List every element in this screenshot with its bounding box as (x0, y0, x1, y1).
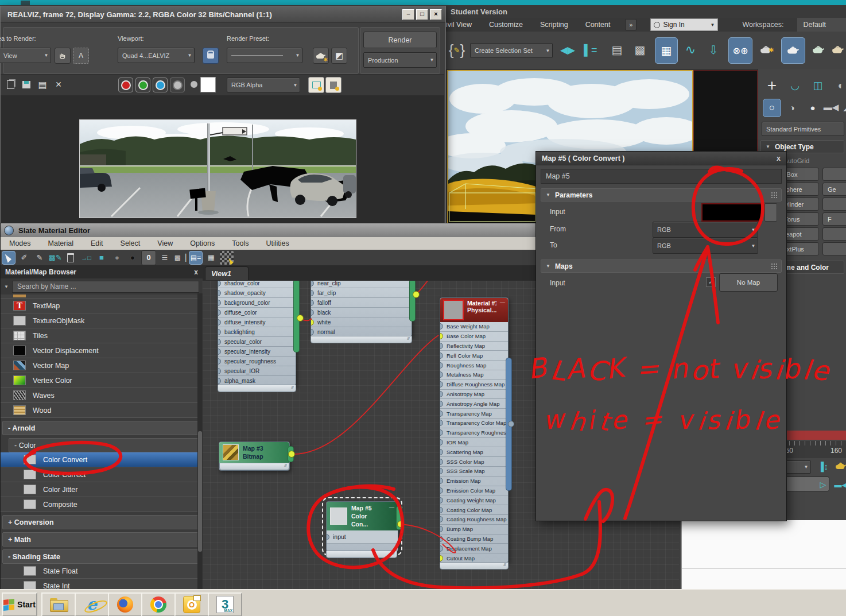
from-dropdown[interactable]: RGB ▼ (653, 222, 758, 238)
input-socket-icon[interactable] (440, 507, 443, 513)
input-socket-icon[interactable] (440, 352, 443, 359)
to-dropdown[interactable]: RGB ▼ (653, 238, 758, 254)
background-color-swatch[interactable] (200, 77, 216, 92)
green-channel-button[interactable] (135, 78, 150, 92)
map5-header[interactable]: Map #5 Color Con... — (327, 502, 398, 530)
maxscript-braces-icon[interactable]: {✎} (447, 37, 467, 63)
render-setup-icon[interactable]: ✱ (756, 38, 778, 61)
taskbar-item-internet-explorer[interactable]: e (75, 592, 109, 616)
material-map-slot[interactable]: Displacement Map (440, 544, 508, 553)
input-socket-icon[interactable] (440, 420, 443, 426)
menu-item[interactable]: Options (181, 239, 223, 247)
input-socket-icon[interactable] (440, 478, 443, 484)
input-swatch-side-button[interactable] (764, 203, 777, 222)
show-shaded-icon[interactable]: ● (110, 251, 124, 265)
mirror-icon[interactable]: ◀▶ (557, 38, 578, 61)
input-socket-icon[interactable] (218, 339, 221, 345)
input-socket-icon[interactable] (311, 319, 314, 326)
material-map-slot[interactable]: IOR Map (440, 438, 508, 448)
node-slot[interactable]: far_clip (311, 288, 412, 298)
material-node-header[interactable]: Material #1 Physical... — (440, 298, 508, 322)
material-thumbnail[interactable] (443, 300, 464, 320)
material-name-field[interactable]: Map #5 (541, 169, 782, 184)
input-socket-icon[interactable] (218, 348, 221, 355)
input-socket-icon[interactable] (440, 497, 443, 503)
material-map-slot[interactable]: SSS Scale Map (440, 467, 508, 476)
browser-toggle-icon[interactable]: ▦ (204, 251, 218, 265)
gamma-icon[interactable]: ◩ (331, 48, 347, 64)
create-selection-set-dropdown[interactable]: Create Selection Set ▼ (470, 43, 553, 58)
lock-viewport-icon[interactable] (203, 48, 219, 64)
input-socket-icon[interactable] (440, 362, 443, 369)
map3-thumbnail[interactable] (223, 444, 239, 460)
menu-item[interactable]: Select (112, 239, 149, 247)
collapse-icon[interactable]: — (389, 504, 394, 510)
node-slot[interactable]: normal (311, 327, 412, 336)
input-socket-icon[interactable] (440, 487, 443, 494)
view1-tab[interactable]: View1 (205, 266, 249, 280)
layers-dialog-icon[interactable] (308, 77, 324, 93)
node-slot[interactable]: specular_IOR (218, 366, 296, 376)
input-socket-icon[interactable] (311, 300, 314, 306)
group-color[interactable]: - Color (9, 438, 201, 452)
input-socket-icon[interactable] (440, 429, 443, 436)
save-image-icon[interactable] (19, 77, 34, 92)
input-socket-icon[interactable] (440, 536, 443, 542)
material-map-slot[interactable]: Bump Map (440, 525, 508, 534)
subtab-cameras[interactable]: ▬◀ (822, 99, 840, 116)
menu-item[interactable]: View (149, 239, 181, 247)
align-icon[interactable]: ▌= (580, 38, 601, 61)
map5-node[interactable]: Map #5 Color Con... — input (326, 501, 398, 552)
node-slot[interactable]: diffuse_intensity (218, 317, 296, 327)
input-socket-icon[interactable] (440, 323, 443, 330)
tab-motion[interactable]: ◐ (832, 76, 846, 95)
search-input[interactable]: Search by Name ... (12, 281, 199, 293)
object-type-button[interactable] (822, 242, 846, 255)
close-button[interactable]: × (430, 9, 442, 20)
start-button[interactable]: Start (2, 592, 37, 616)
schematic-view-icon[interactable]: ⇩ (703, 38, 724, 61)
material-map-slot[interactable]: Coating Color Map (440, 505, 508, 515)
menu-item[interactable]: Material (40, 239, 82, 247)
input-socket-icon[interactable] (440, 371, 443, 378)
map5-output-nub[interactable] (396, 506, 402, 530)
list-item[interactable]: Vector Map (1, 358, 203, 373)
node-slot[interactable]: specular_intensity (218, 347, 296, 357)
material-map-slot[interactable]: Coating Weight Map (440, 495, 508, 505)
list-item[interactable]: Vector Displacement (1, 343, 203, 358)
mono-channel-button[interactable] (170, 78, 185, 92)
input-socket-icon[interactable] (218, 281, 221, 286)
taskbar-item-chrome[interactable] (141, 592, 176, 616)
taskbar-item-explorer[interactable] (41, 592, 76, 616)
input-socket-icon[interactable] (311, 281, 314, 286)
input-socket-icon[interactable] (440, 526, 443, 532)
input-socket-icon[interactable] (440, 343, 443, 349)
assign-material-icon[interactable]: ▩✎ (48, 251, 62, 265)
material-map-slot[interactable]: Metalness Map (440, 370, 508, 380)
material-map-slot[interactable]: Scattering Map (440, 447, 508, 457)
material-output-socket-icon[interactable] (508, 421, 514, 427)
node-slot[interactable]: shadow_color (218, 281, 296, 288)
delete-icon[interactable]: × (51, 77, 66, 92)
group-shading-state[interactable]: - Shading State (2, 549, 201, 564)
sign-in-dropdown[interactable]: Sign In ▼ (650, 18, 718, 31)
select-tool-icon[interactable] (2, 251, 15, 265)
list-item[interactable]: Composite (1, 497, 203, 512)
subtab-geometry[interactable]: ○ (763, 99, 781, 117)
node-footer[interactable] (311, 336, 412, 343)
object-type-button[interactable] (822, 227, 846, 241)
material-map-slot[interactable]: Base Weight Map (440, 322, 508, 332)
material-map-slot[interactable]: Transparency Color Map (440, 419, 508, 428)
menu-item[interactable]: Modes (1, 239, 40, 247)
input-socket-icon[interactable] (311, 290, 314, 296)
node-slot[interactable]: falloff (311, 298, 412, 308)
menu-item[interactable]: Customize (488, 21, 524, 29)
render-iterative-icon[interactable] (831, 38, 845, 61)
input-socket-icon[interactable] (311, 309, 314, 316)
mini-teapot-icon[interactable] (834, 459, 846, 473)
input-socket-icon[interactable] (440, 410, 443, 417)
shader-node-output-bar[interactable] (293, 281, 300, 352)
node-slot[interactable]: specular_roughness (218, 357, 296, 366)
render-window-titlebar[interactable]: REALVIZ, frame 72, Display Gamma: 2.2, R… (1, 6, 445, 23)
browser-scrollbar[interactable] (197, 293, 203, 590)
